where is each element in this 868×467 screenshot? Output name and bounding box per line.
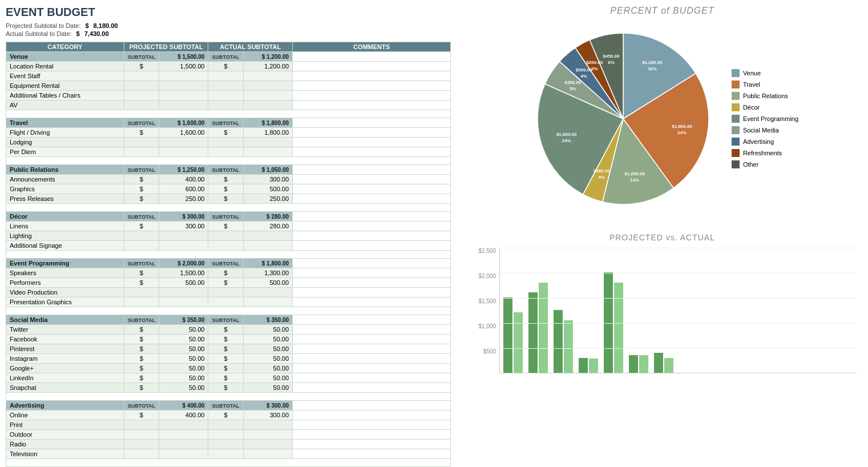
item-act-value: [243, 288, 292, 297]
category-name: Social Media: [6, 315, 124, 325]
category-name: Venue: [6, 52, 124, 62]
item-comments: [293, 71, 451, 81]
legend-color: [732, 149, 740, 157]
act-subtotal-label: SUBTOTAL: [208, 259, 243, 268]
item-comments: [293, 184, 451, 194]
pie-chart: $1,200.0016%$1,800.0024%$1,050.0014%$280…: [526, 22, 720, 216]
projected-summary: Projected Subtotal to Date: $ 8,180.00: [6, 22, 451, 29]
act-subtotal-value: $ 350.00: [243, 315, 292, 325]
item-comments: [293, 138, 451, 147]
header-actual: ACTUAL SUBTOTAL: [208, 42, 293, 52]
item-comments: [293, 194, 451, 204]
item-comments: [293, 278, 451, 288]
legend-item: Venue: [732, 69, 798, 77]
gridline: [500, 248, 857, 248]
projected-bar: [629, 355, 638, 373]
comments-cell: [293, 118, 451, 128]
comments-cell: [293, 165, 451, 175]
header-category: CATEGORY: [6, 42, 124, 52]
item-proj-value: 50.00: [159, 335, 208, 344]
item-proj-dollar: [124, 147, 159, 157]
item-proj-dollar: $: [124, 194, 159, 204]
pie-label: 6%: [608, 60, 615, 65]
act-subtotal-value: $ 280.00: [243, 212, 292, 222]
item-act-dollar: $: [208, 268, 243, 278]
item-proj-dollar: [124, 297, 159, 307]
item-act-dollar: [208, 231, 243, 241]
item-name: Outdoor: [6, 430, 124, 440]
item-act-value: [243, 100, 292, 110]
item-proj-dollar: $: [124, 383, 159, 393]
item-proj-dollar: $: [124, 222, 159, 231]
item-proj-dollar: [124, 430, 159, 440]
item-act-value: 50.00: [243, 325, 292, 335]
item-comments: [293, 222, 451, 231]
projected-value: 8,180.00: [94, 22, 118, 29]
item-act-dollar: [208, 71, 243, 81]
comments-cell: [293, 52, 451, 62]
item-name: Radio: [6, 440, 124, 449]
item-proj-value: 50.00: [159, 383, 208, 393]
table-row: Pinterest $ 50.00 $ 50.00: [6, 344, 451, 354]
item-proj-dollar: [124, 288, 159, 297]
projected-bar: [528, 292, 538, 373]
category-name: Travel: [6, 118, 124, 128]
left-panel: EVENT BUDGET Projected Subtotal to Date:…: [0, 0, 457, 467]
item-proj-value: 500.00: [159, 278, 208, 288]
act-subtotal-value: $ 1,050.00: [243, 165, 292, 175]
bar-chart-area: [499, 248, 857, 373]
item-proj-value: [159, 231, 208, 241]
legend-label: Refreshments: [743, 150, 782, 156]
gridline: [500, 298, 857, 299]
pie-label: $300.00: [576, 67, 592, 73]
item-name: Television: [6, 449, 124, 459]
item-comments: [293, 335, 451, 344]
act-subtotal-label: SUBTOTAL: [208, 52, 243, 62]
item-act-value: 50.00: [243, 344, 292, 354]
spacer-row: [6, 393, 451, 401]
item-proj-value: 400.00: [159, 175, 208, 184]
table-row: Performers $ 500.00 $ 500.00: [6, 278, 451, 288]
item-act-dollar: $: [208, 278, 243, 288]
header-comments: COMMENTS: [293, 42, 451, 52]
item-act-dollar: $: [208, 383, 243, 393]
table-row: AV: [6, 100, 451, 110]
category-header-row: Social Media SUBTOTAL $ 350.00 SUBTOTAL …: [6, 315, 451, 325]
table-row: Twitter $ 50.00 $ 50.00: [6, 325, 451, 335]
item-proj-value: 50.00: [159, 354, 208, 364]
pie-label: $350.00: [564, 80, 581, 85]
legend-item: Event Programming: [732, 115, 798, 123]
legend-label: Venue: [743, 70, 761, 77]
item-name: Flight / Driving: [6, 128, 124, 138]
item-proj-value: [159, 241, 208, 251]
bar-group: [629, 355, 648, 373]
category-header-row: Advertising SUBTOTAL $ 400.00 SUBTOTAL $…: [6, 401, 451, 410]
spacer-row: [6, 204, 451, 212]
actual-bar: [514, 312, 523, 373]
category-header-row: Public Relations SUBTOTAL $ 1,250.00 SUB…: [6, 165, 451, 175]
header-projected: PROJECTED SUBTOTAL: [124, 42, 208, 52]
legend-color: [732, 69, 740, 77]
item-name: Speakers: [6, 268, 124, 278]
item-proj-dollar: $: [124, 175, 159, 184]
pie-label: $200.00: [586, 60, 603, 65]
item-name: Announcements: [6, 175, 124, 184]
item-name: Presentation Graphics: [6, 297, 124, 307]
item-proj-value: [159, 91, 208, 100]
item-act-dollar: $: [208, 128, 243, 138]
legend-item: Advertising: [732, 138, 798, 146]
item-name: Event Staff: [6, 71, 124, 81]
item-proj-dollar: $: [124, 410, 159, 420]
item-proj-value: [159, 81, 208, 91]
table-row: LinkedIn $ 50.00 $ 50.00: [6, 373, 451, 383]
item-act-dollar: $: [208, 373, 243, 383]
item-proj-value: [159, 420, 208, 430]
bar-group: [654, 353, 673, 373]
item-act-dollar: [208, 147, 243, 157]
bar-section: PROJECTED vs. ACTUAL $2,500 $2,000 $1,50…: [468, 233, 857, 373]
item-comments: [293, 410, 451, 420]
legend-color: [732, 126, 740, 134]
table-row: Video Production: [6, 288, 451, 297]
proj-subtotal-label: SUBTOTAL: [124, 259, 159, 268]
pie-label: 5%: [570, 86, 576, 91]
